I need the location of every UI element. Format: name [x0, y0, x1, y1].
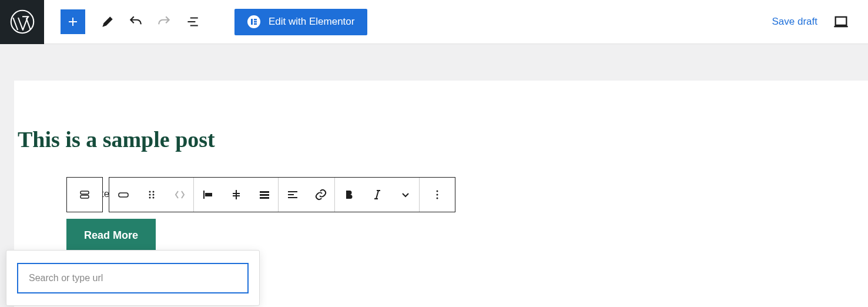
edit-with-elementor-button[interactable]: Edit with Elementor — [234, 9, 367, 35]
drag-icon — [145, 188, 159, 202]
save-draft-button[interactable]: Save draft — [772, 16, 818, 28]
document-overview-button[interactable] — [178, 8, 206, 36]
pencil-icon — [100, 14, 115, 29]
list-icon — [185, 14, 200, 29]
more-options-button[interactable] — [420, 178, 455, 212]
align-left-icon — [201, 188, 215, 202]
align-full-icon — [257, 188, 272, 202]
redo-button[interactable] — [150, 8, 178, 36]
link-icon — [314, 188, 328, 202]
svg-rect-15 — [260, 191, 269, 193]
elementor-icon — [247, 15, 260, 28]
move-buttons[interactable] — [166, 178, 194, 212]
more-vertical-icon — [430, 188, 444, 202]
editor-top-bar: Edit with Elementor Save draft — [0, 0, 868, 44]
link-url-input[interactable] — [17, 263, 249, 293]
undo-icon — [128, 14, 143, 29]
elementor-label: Edit with Elementor — [269, 16, 354, 28]
link-url-popover — [6, 250, 260, 306]
svg-point-9 — [149, 191, 151, 193]
bold-button[interactable] — [335, 178, 363, 212]
block-toolbar — [66, 177, 455, 212]
toolbar-left: Edit with Elementor — [44, 8, 367, 36]
wordpress-logo-button[interactable] — [0, 0, 44, 44]
text-align-button[interactable] — [279, 178, 307, 212]
buttons-block-icon — [78, 188, 92, 202]
svg-rect-4 — [254, 24, 257, 25]
svg-point-19 — [437, 194, 438, 196]
plus-icon — [66, 15, 80, 29]
svg-point-14 — [153, 197, 155, 199]
move-icon — [173, 188, 187, 202]
bold-icon — [342, 188, 356, 202]
svg-rect-1 — [251, 19, 253, 25]
align-center-icon — [229, 188, 243, 202]
toolbar-group-main — [109, 177, 455, 212]
post-title[interactable]: This is a sample post — [14, 81, 868, 152]
svg-rect-8 — [119, 193, 128, 197]
svg-point-12 — [153, 194, 155, 196]
toolbar-right: Save draft — [772, 11, 869, 32]
undo-button[interactable] — [122, 8, 150, 36]
chevron-down-icon — [398, 188, 413, 202]
laptop-icon — [833, 14, 849, 30]
button-icon — [116, 188, 130, 202]
transform-button[interactable] — [109, 178, 138, 212]
drag-handle[interactable] — [138, 178, 166, 212]
italic-icon — [370, 188, 384, 202]
svg-rect-16 — [260, 194, 269, 196]
toolbar-group-block-type — [66, 177, 103, 212]
svg-rect-17 — [260, 197, 269, 199]
svg-rect-2 — [254, 19, 257, 21]
align-center-button[interactable] — [222, 178, 250, 212]
align-left-button[interactable] — [194, 178, 222, 212]
text-align-icon — [286, 188, 300, 202]
read-more-button-block[interactable]: Read More — [66, 219, 156, 252]
svg-point-20 — [437, 198, 438, 199]
add-block-button[interactable] — [61, 9, 85, 34]
svg-rect-7 — [81, 195, 89, 198]
italic-button[interactable] — [363, 178, 391, 212]
preview-button[interactable] — [830, 11, 852, 32]
svg-point-18 — [437, 191, 438, 192]
wordpress-icon — [10, 9, 35, 34]
align-full-button[interactable] — [250, 178, 279, 212]
redo-icon — [156, 14, 172, 29]
svg-rect-6 — [81, 191, 89, 194]
svg-rect-5 — [836, 17, 847, 25]
more-formatting-button[interactable] — [391, 178, 420, 212]
svg-point-11 — [149, 194, 151, 196]
link-button[interactable] — [307, 178, 335, 212]
svg-rect-3 — [254, 21, 257, 23]
block-type-button[interactable] — [67, 178, 102, 212]
tools-button[interactable] — [93, 8, 122, 36]
svg-point-10 — [153, 191, 155, 193]
svg-point-13 — [149, 197, 151, 199]
